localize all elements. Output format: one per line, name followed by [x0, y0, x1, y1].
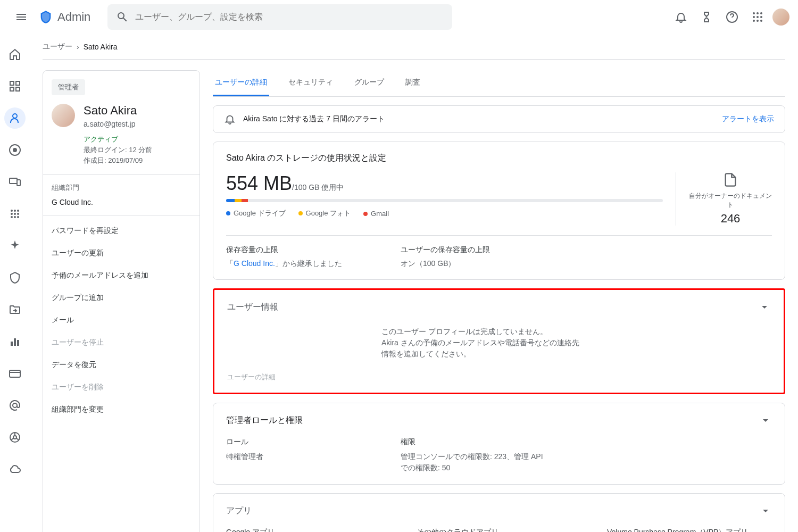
home-icon: [9, 48, 21, 61]
action-update-user[interactable]: ユーザーの更新: [43, 242, 200, 264]
svg-point-24: [17, 213, 19, 215]
profile-avatar: [52, 104, 75, 127]
storage-total: /100 GB 使用中: [292, 183, 344, 192]
storage-legend: Google ドライブ Google フォト Gmail: [226, 209, 663, 218]
nav-rules[interactable]: [4, 427, 26, 448]
notifications-button[interactable]: [670, 6, 692, 28]
menu-icon: [15, 11, 28, 23]
document-icon: [689, 172, 772, 187]
chevron-down-icon: [758, 301, 771, 313]
action-reset-password[interactable]: パスワードを再設定: [43, 220, 200, 242]
nav-chrome[interactable]: [4, 139, 26, 161]
tab-groups[interactable]: グループ: [352, 70, 386, 96]
person-icon: [9, 112, 21, 124]
chrome-icon: [9, 144, 21, 156]
svg-point-5: [757, 16, 759, 18]
tab-user-details[interactable]: ユーザーの詳細: [213, 70, 269, 96]
expand-button[interactable]: [759, 414, 772, 427]
alert-view-link[interactable]: アラートを表示: [722, 114, 774, 124]
search-input[interactable]: [135, 12, 444, 22]
at-icon: [9, 399, 21, 412]
org-label: 組織部門: [52, 183, 191, 193]
logo[interactable]: Admin: [38, 10, 90, 24]
nav-storage[interactable]: [4, 459, 26, 480]
svg-point-25: [11, 216, 13, 218]
svg-point-20: [14, 210, 16, 212]
shield-icon: [9, 271, 21, 284]
app-header: Admin: [0, 0, 798, 34]
action-change-org[interactable]: 組織部門を変更: [43, 398, 200, 421]
svg-point-2: [757, 12, 759, 14]
steering-icon: [9, 431, 21, 444]
svg-point-7: [753, 20, 755, 22]
breadcrumb-users[interactable]: ユーザー: [43, 42, 72, 52]
tab-investigation[interactable]: 調査: [403, 70, 422, 96]
org-value: G Cloud Inc.: [52, 198, 191, 206]
action-add-to-group[interactable]: グループに追加: [43, 287, 200, 309]
org-section: 組織部門 G Cloud Inc.: [43, 174, 200, 215]
svg-rect-18: [17, 180, 20, 186]
storage-limit-org-link[interactable]: G Cloud Inc.: [234, 259, 275, 268]
storage-limit-label: 保存容量の上限: [226, 245, 375, 255]
storage-amount: 554 MB: [226, 172, 292, 194]
menu-button[interactable]: [9, 4, 34, 30]
expand-button[interactable]: [759, 504, 772, 517]
folder-arrow-icon: [9, 303, 21, 316]
nav-directory[interactable]: [4, 107, 26, 129]
nav-devices[interactable]: [4, 171, 26, 193]
apps-button[interactable]: [747, 6, 768, 28]
roles-title: 管理者ロールと権限: [226, 415, 303, 426]
svg-point-16: [13, 148, 17, 152]
cloud-icon: [9, 463, 21, 476]
roles-card[interactable]: 管理者ロールと権限 ロール 特権管理者 権限 管理コンソールでの権限数: 223…: [213, 403, 785, 485]
svg-rect-12: [10, 87, 14, 91]
breadcrumb: ユーザー › Sato Akira: [43, 34, 785, 60]
svg-rect-17: [10, 178, 17, 184]
chevron-right-icon: ›: [77, 43, 79, 51]
role-value: 特権管理者: [226, 451, 375, 462]
apps-col-other: その他のクラウドアプリ: [417, 528, 581, 532]
apps-grid-icon: [751, 11, 764, 23]
nav-home[interactable]: [4, 44, 26, 65]
storage-limit-value: 「G Cloud Inc.」から継承しました: [226, 259, 375, 269]
user-limit-value: オン（100 GB）: [401, 259, 550, 269]
breadcrumb-current: Sato Akira: [84, 43, 118, 51]
perm-label: 権限: [401, 437, 550, 447]
svg-rect-31: [10, 370, 20, 377]
admin-badge: 管理者: [52, 79, 85, 95]
nav-dashboard[interactable]: [4, 76, 26, 97]
tasks-button[interactable]: [696, 6, 717, 28]
nav-ai[interactable]: [4, 235, 26, 256]
account-avatar[interactable]: [772, 9, 789, 26]
docs-label: 自分がオーナーのドキュメント: [689, 192, 772, 210]
action-restore-data[interactable]: データを復元: [43, 354, 200, 376]
help-button[interactable]: [721, 6, 743, 28]
action-delete-user: ユーザーを削除: [43, 376, 200, 398]
nav-apps[interactable]: [4, 203, 26, 225]
legend-photos: Google フォト: [306, 209, 351, 217]
svg-point-4: [753, 16, 755, 18]
nav-data[interactable]: [4, 299, 26, 320]
nav-account[interactable]: [4, 395, 26, 416]
user-info-card[interactable]: ユーザー情報 このユーザー プロフィールは完成していません。 Akira さんの…: [213, 288, 785, 394]
nav-security[interactable]: [4, 267, 26, 288]
svg-rect-13: [16, 87, 20, 91]
alert-bar: Akira Sato に対する過去 7 日間のアラート アラートを表示: [213, 105, 785, 133]
user-side-panel: 管理者 Sato Akira a.sato@gtest.jp アクティブ 最終ロ…: [43, 70, 200, 532]
nav-billing[interactable]: [4, 363, 26, 384]
action-add-alt-email[interactable]: 予備のメールアドレスを追加: [43, 264, 200, 287]
profile-status: アクティブ: [84, 135, 152, 144]
nav-reporting[interactable]: [4, 331, 26, 352]
chevron-down-icon: [759, 414, 772, 427]
apps-col-vpp: Volume Purchase Program（VPP）アプリ: [607, 528, 772, 532]
profile-email: a.sato@gtest.jp: [84, 120, 152, 128]
tab-security[interactable]: セキュリティ: [286, 70, 335, 96]
search-bar[interactable]: [107, 4, 452, 30]
role-label: ロール: [226, 437, 375, 447]
action-email[interactable]: メール: [43, 309, 200, 331]
svg-rect-29: [14, 338, 16, 346]
hourglass-icon: [700, 11, 713, 23]
user-info-footer: ユーザーの詳細: [227, 372, 771, 382]
expand-button[interactable]: [758, 301, 771, 313]
apps-card[interactable]: アプリ Google アプリ その他のクラウドアプリ Volume Purcha…: [213, 493, 785, 532]
